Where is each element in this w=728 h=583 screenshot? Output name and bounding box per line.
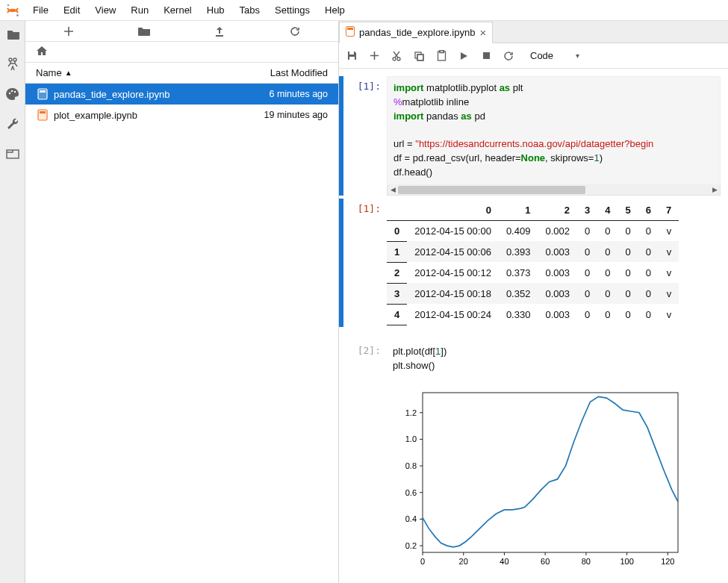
file-browser: Name ▲ Last Modified pandas_tide_explore… (25, 21, 339, 583)
input-prompt: [1]: (346, 76, 387, 196)
svg-point-2 (9, 58, 12, 61)
paste-button[interactable] (435, 49, 448, 63)
menu-settings[interactable]: Settings (267, 0, 317, 21)
notebook-icon (346, 26, 355, 39)
svg-point-17 (393, 57, 396, 60)
svg-text:20: 20 (459, 557, 468, 566)
matplotlib-plot: 0.20.40.60.81.01.2020406080100120 (387, 385, 685, 573)
stop-button[interactable] (479, 49, 493, 63)
svg-point-4 (8, 93, 10, 94)
svg-text:0.2: 0.2 (405, 541, 417, 550)
svg-rect-13 (40, 111, 46, 113)
horizontal-scrollbar[interactable]: ◀ ▶ (387, 185, 721, 196)
file-modified: 19 minutes ago (246, 110, 328, 120)
palette-tab-icon[interactable] (4, 85, 22, 103)
menu-run[interactable]: Run (123, 0, 156, 21)
svg-point-18 (397, 57, 400, 60)
cell-collapse-bar[interactable] (339, 199, 343, 327)
svg-rect-26 (423, 393, 678, 552)
code-editor[interactable]: import matplotlib.pyplot as plt %matplot… (387, 76, 721, 185)
svg-point-1 (16, 13, 19, 16)
restart-button[interactable] (502, 49, 515, 63)
notebook-icon (36, 87, 49, 101)
filebrowser-header[interactable]: Name ▲ Last Modified (25, 63, 338, 84)
tools-tab-icon[interactable] (4, 115, 22, 133)
tabs-tab-icon[interactable] (4, 145, 22, 163)
notebook-icon (36, 108, 49, 122)
filebrowser-tab-icon[interactable] (4, 25, 22, 43)
dataframe-output: 01234567 02012-04-15 00:000.4090.0020000… (387, 200, 679, 325)
output-prompt (346, 381, 387, 576)
home-icon (36, 46, 48, 58)
svg-rect-20 (417, 54, 423, 60)
file-modified: 6 minutes ago (246, 89, 328, 99)
run-button[interactable] (457, 49, 470, 63)
file-row[interactable]: pandas_tide_explore.ipynb 6 minutes ago (25, 84, 338, 105)
menu-tabs[interactable]: Tabs (232, 0, 267, 21)
jupyter-logo (0, 0, 25, 21)
scroll-left-icon[interactable]: ◀ (388, 185, 398, 194)
scroll-right-icon[interactable]: ▶ (709, 185, 720, 194)
menu-help[interactable]: Help (317, 0, 352, 21)
cell-output: [1]: 01234567 02012-04-15 00:000.4090.00… (339, 197, 728, 328)
document-tab[interactable]: pandas_tide_explore.ipynb × (339, 22, 493, 43)
new-folder-button[interactable] (135, 22, 153, 40)
svg-point-6 (13, 91, 15, 93)
save-button[interactable] (345, 49, 358, 63)
svg-rect-16 (349, 57, 355, 60)
file-row[interactable]: plot_example.ipynb 19 minutes ago (25, 105, 338, 125)
svg-text:0.4: 0.4 (405, 514, 417, 523)
svg-text:40: 40 (500, 557, 508, 566)
close-icon[interactable]: × (479, 27, 486, 38)
svg-text:80: 80 (582, 557, 591, 566)
filebrowser-toolbar (25, 21, 338, 42)
code-cell[interactable]: [1]: import matplotlib.pyplot as plt %ma… (339, 75, 728, 197)
menu-hub[interactable]: Hub (199, 0, 232, 21)
menu-file[interactable]: File (25, 0, 56, 21)
refresh-button[interactable] (286, 22, 304, 40)
output-prompt: [1]: (346, 199, 387, 327)
main-panel: pandas_tide_explore.ipynb × Code ▾ [1]: (339, 21, 728, 583)
code-cell[interactable]: [2]: plt.plot(df[1]) plt.show() (339, 339, 728, 379)
header-modified: Last Modified (246, 67, 328, 78)
svg-text:1.0: 1.0 (405, 434, 417, 443)
cell-collapse-bar[interactable] (339, 381, 343, 576)
svg-rect-10 (40, 90, 46, 93)
new-launcher-button[interactable] (60, 22, 78, 40)
document-tab-bar: pandas_tide_explore.ipynb × (339, 21, 728, 43)
breadcrumb[interactable] (25, 42, 338, 63)
notebook-toolbar: Code ▾ (339, 43, 728, 69)
activity-bar (0, 21, 25, 583)
svg-text:1.2: 1.2 (405, 408, 417, 417)
menubar: File Edit View Run Kernel Hub Tabs Setti… (0, 0, 728, 21)
input-prompt: [2]: (346, 340, 387, 378)
copy-button[interactable] (412, 49, 426, 63)
cell-collapse-bar[interactable] (339, 76, 343, 196)
svg-point-3 (13, 58, 16, 61)
cell-type-dropdown[interactable]: Code ▾ (524, 49, 585, 63)
svg-rect-25 (483, 52, 490, 59)
svg-text:60: 60 (541, 557, 550, 566)
cell-collapse-bar[interactable] (339, 340, 343, 378)
header-name: Name (36, 67, 62, 78)
svg-text:120: 120 (661, 557, 674, 566)
svg-text:100: 100 (620, 557, 633, 566)
svg-text:0.8: 0.8 (405, 461, 417, 470)
code-editor[interactable]: plt.plot(df[1]) plt.show() (387, 340, 721, 378)
menu-view[interactable]: View (87, 0, 123, 21)
menu-kernel[interactable]: Kernel (156, 0, 199, 21)
insert-cell-button[interactable] (367, 49, 381, 63)
cell-type-label: Code (530, 50, 553, 61)
file-name: plot_example.ipynb (54, 110, 246, 121)
cut-button[interactable] (390, 49, 403, 63)
cell-output: 0.20.40.60.81.01.2020406080100120 (339, 379, 728, 577)
svg-point-5 (10, 90, 12, 92)
svg-text:0.6: 0.6 (405, 487, 417, 496)
notebook-cells[interactable]: [1]: import matplotlib.pyplot as plt %ma… (339, 69, 728, 583)
menu-edit[interactable]: Edit (56, 0, 87, 21)
scrollbar-thumb[interactable] (398, 186, 585, 194)
sort-asc-icon: ▲ (65, 69, 72, 77)
upload-button[interactable] (211, 22, 228, 40)
document-tab-title: pandas_tide_explore.ipynb (359, 27, 475, 38)
running-tab-icon[interactable] (4, 55, 22, 73)
